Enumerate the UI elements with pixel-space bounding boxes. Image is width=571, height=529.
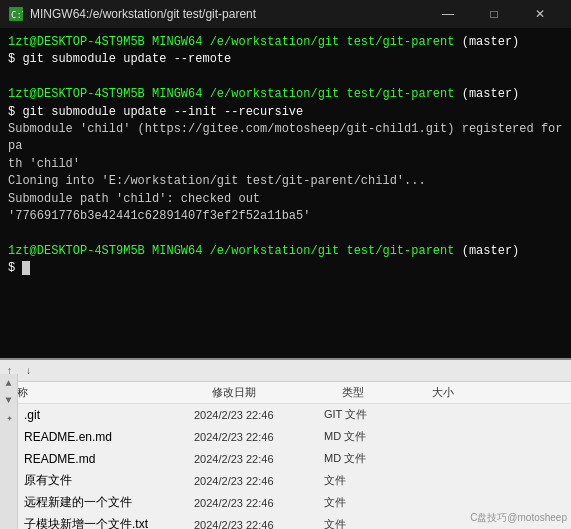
- file-type: 文件: [324, 495, 414, 510]
- file-date: 2024/2/23 22:46: [194, 431, 324, 443]
- file-name: 子模块新增一个文件.txt: [24, 516, 148, 529]
- file-row[interactable]: .git 2024/2/23 22:46 GIT 文件: [0, 404, 571, 426]
- terminal-line: $: [8, 260, 563, 277]
- col-header-type[interactable]: 类型: [342, 385, 432, 400]
- terminal-line: $ git submodule update --init --recursiv…: [8, 104, 563, 121]
- file-date: 2024/2/23 22:46: [194, 497, 324, 509]
- file-type: GIT 文件: [324, 407, 414, 422]
- terminal-output: 1zt@DESKTOP-4ST9M5B MINGW64 /e/workstati…: [0, 28, 571, 358]
- file-type: MD 文件: [324, 429, 414, 444]
- terminal-icon: C:\: [8, 6, 24, 22]
- minimize-button[interactable]: —: [425, 0, 471, 28]
- terminal-line: 1zt@DESKTOP-4ST9M5B MINGW64 /e/workstati…: [8, 34, 563, 51]
- file-date: 2024/2/23 22:46: [194, 475, 324, 487]
- file-date: 2024/2/23 22:46: [194, 409, 324, 421]
- terminal-line: Submodule 'child' (https://gitee.com/mot…: [8, 121, 563, 156]
- file-row[interactable]: 原有文件 2024/2/23 22:46 文件: [0, 470, 571, 492]
- file-date: 2024/2/23 22:46: [194, 519, 324, 530]
- explorer-toolbar: ↑ ↓: [0, 360, 571, 382]
- watermark: C盘技巧@motosheep: [470, 511, 567, 525]
- left-sidebar: ▲ ▼ ✦: [0, 374, 18, 529]
- terminal-line: th 'child': [8, 156, 563, 173]
- file-type: MD 文件: [324, 451, 414, 466]
- terminal-line: 1zt@DESKTOP-4ST9M5B MINGW64 /e/workstati…: [8, 86, 563, 103]
- terminal-line: Submodule path 'child': checked out '776…: [8, 191, 563, 226]
- title-bar: C:\ MINGW64:/e/workstation/git test/git-…: [0, 0, 571, 28]
- file-name: .git: [24, 408, 40, 422]
- sidebar-arrow-up[interactable]: ▲: [3, 378, 14, 389]
- terminal-line: [8, 69, 563, 86]
- cursor: [22, 261, 30, 275]
- file-name: README.md: [24, 452, 95, 466]
- prompt-text: 1zt@DESKTOP-4ST9M5B MINGW64 /e/workstati…: [8, 87, 519, 101]
- file-type: 文件: [324, 517, 414, 529]
- terminal-line: [8, 225, 563, 242]
- toolbar-down-button[interactable]: ↓: [23, 364, 34, 377]
- file-date: 2024/2/23 22:46: [194, 453, 324, 465]
- maximize-button[interactable]: □: [471, 0, 517, 28]
- title-controls: — □ ✕: [425, 0, 563, 28]
- close-button[interactable]: ✕: [517, 0, 563, 28]
- file-name: 原有文件: [24, 472, 72, 489]
- terminal-line: 1zt@DESKTOP-4ST9M5B MINGW64 /e/workstati…: [8, 243, 563, 260]
- file-row[interactable]: README.md 2024/2/23 22:46 MD 文件: [0, 448, 571, 470]
- sidebar-icon-1[interactable]: ✦: [3, 412, 14, 423]
- svg-text:C:\: C:\: [11, 10, 23, 20]
- col-header-name[interactable]: 名称: [2, 385, 212, 400]
- file-row[interactable]: README.en.md 2024/2/23 22:46 MD 文件: [0, 426, 571, 448]
- prompt-text: 1zt@DESKTOP-4ST9M5B MINGW64 /e/workstati…: [8, 35, 519, 49]
- file-name: 远程新建的一个文件: [24, 494, 132, 511]
- prompt-text: 1zt@DESKTOP-4ST9M5B MINGW64 /e/workstati…: [8, 244, 519, 258]
- window-title: MINGW64:/e/workstation/git test/git-pare…: [30, 7, 256, 21]
- terminal-line: Cloning into 'E:/workstation/git test/gi…: [8, 173, 563, 190]
- column-headers: 名称 修改日期 类型 大小: [0, 382, 571, 404]
- sidebar-arrow-down[interactable]: ▼: [3, 395, 14, 406]
- col-header-size[interactable]: 大小: [432, 385, 569, 400]
- file-explorer: ↑ ↓ 名称 修改日期 类型 大小 .git 2024/2/23 22:46 G…: [0, 358, 571, 529]
- file-type: 文件: [324, 473, 414, 488]
- file-name: README.en.md: [24, 430, 112, 444]
- title-bar-left: C:\ MINGW64:/e/workstation/git test/git-…: [8, 6, 256, 22]
- col-header-date[interactable]: 修改日期: [212, 385, 342, 400]
- terminal-line: $ git submodule update --remote: [8, 51, 563, 68]
